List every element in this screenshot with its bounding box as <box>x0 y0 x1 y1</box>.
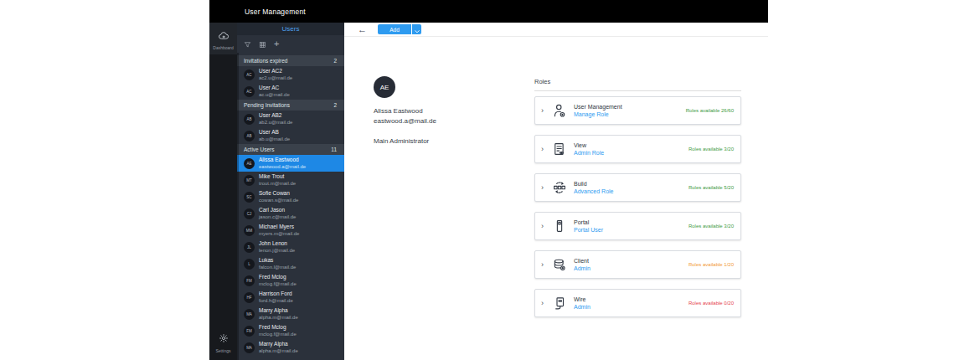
view-icon <box>549 141 570 157</box>
list-item-user[interactable]: FMFred Mclogmclog.f@mail.de <box>237 272 344 289</box>
list-item-user[interactable]: HFHarrison Fordford.h@mail.de <box>237 289 344 306</box>
chevron-right-icon[interactable]: › <box>535 145 549 153</box>
filter-icon[interactable] <box>244 37 251 52</box>
user-section-header[interactable]: Invitations expired2 <box>237 55 344 66</box>
user-text: Marry Alphaalpha.m@mail.de <box>259 307 298 321</box>
user-text: Fred Mclogmclog.f@mail.de <box>259 274 297 287</box>
user-text: John Lenonlenon.j@mail.de <box>259 240 295 254</box>
chevron-right-icon[interactable]: › <box>535 299 549 307</box>
roles-panel: Roles ›User ManagementManage RoleRoles a… <box>534 78 741 317</box>
grid-view-icon[interactable] <box>259 37 266 52</box>
role-link[interactable]: Portal User <box>574 227 689 233</box>
role-card[interactable]: ›WireAdminRoles available 0/20 <box>534 289 741 317</box>
role-card[interactable]: ›User ManagementManage RoleRoles availab… <box>534 96 741 125</box>
portal-icon <box>549 219 570 234</box>
avatar: AC <box>244 86 255 97</box>
user-email: eastwood.a@mail.de <box>259 164 306 170</box>
chevron-right-icon[interactable]: › <box>535 260 549 269</box>
sidebar-title-label: Users <box>282 25 300 33</box>
section-label: Pending Invitations <box>244 102 290 108</box>
list-item-user[interactable]: MTMike Trouttrout.m@mail.de <box>237 172 344 188</box>
add-button[interactable]: Add <box>378 24 411 34</box>
build-icon <box>549 180 570 195</box>
main-panel: ← Add AE Alissa Eastwood eastwood.a@mail… <box>344 23 768 360</box>
chevron-right-icon[interactable]: › <box>535 222 549 230</box>
rail-item-dashboard[interactable]: Dashboard <box>209 23 237 54</box>
role-card-text: WireAdmin <box>570 296 689 310</box>
list-item-user[interactable]: JLJohn Lenonlenon.j@mail.de <box>237 239 344 255</box>
role-card-text: User ManagementManage Role <box>570 104 686 117</box>
role-title: Wire <box>574 296 689 302</box>
profile-name: Alissa Eastwood <box>374 107 436 115</box>
list-item-user[interactable]: LLukasfalcon.l@mail.de <box>237 255 344 272</box>
gear-icon <box>219 332 229 347</box>
list-item-user[interactable]: ACUser ACac.u@mail.de <box>237 83 344 100</box>
role-link[interactable]: Admin <box>574 265 689 271</box>
role-card[interactable]: ›PortalPortal UserRoles available 3/20 <box>534 212 741 240</box>
user-list: Invitations expired2ACUser AC2ac2.u@mail… <box>237 53 344 356</box>
list-item-user[interactable]: FMFred Mclogmclog.f@mail.de <box>237 322 344 339</box>
user-text: User ABab.u@mail.de <box>259 129 290 142</box>
add-dropdown-button[interactable] <box>412 24 421 34</box>
role-title: Client <box>574 258 689 264</box>
user-email: alpha.m@mail.de <box>259 315 298 321</box>
list-item-user[interactable]: ACUser AC2ac2.u@mail.de <box>237 66 344 83</box>
back-arrow-icon[interactable]: ← <box>358 25 367 34</box>
user-email: ac.u@mail.de <box>259 92 290 98</box>
avatar: FM <box>244 275 255 286</box>
user-email: mclog.f@mail.de <box>259 332 297 337</box>
user-section-header[interactable]: Pending Invitations2 <box>237 100 344 111</box>
user-name: John Lenon <box>259 240 295 247</box>
chevron-right-icon[interactable]: › <box>535 106 549 115</box>
list-item-user[interactable]: AEAlissa Eastwoodeastwood.a@mail.de <box>237 155 344 172</box>
role-title: View <box>574 142 689 148</box>
list-item-user[interactable]: ABUser ABab.u@mail.de <box>237 127 344 144</box>
user-name: Mike Trout <box>259 173 296 180</box>
add-split-button: Add <box>378 24 421 34</box>
chevron-right-icon[interactable]: › <box>535 183 549 192</box>
user-text: Fred Mclogmclog.f@mail.de <box>259 324 297 337</box>
rail-item-settings[interactable]: Settings <box>209 326 237 360</box>
roles-available-status: Roles available 0/20 <box>689 301 740 306</box>
section-count: 11 <box>331 147 337 152</box>
role-title: User Management <box>574 104 686 110</box>
user-text: Harrison Fordford.h@mail.de <box>259 291 293 304</box>
add-user-icon[interactable]: + <box>274 39 279 49</box>
role-card[interactable]: ›BuildAdvanced RoleRoles available 5/20 <box>534 173 741 202</box>
user-name: Marry Alpha <box>259 307 298 314</box>
role-link[interactable]: Admin <box>574 304 689 310</box>
user-name: User AC2 <box>259 68 292 75</box>
avatar: AE <box>374 76 395 98</box>
role-link[interactable]: Admin Role <box>574 150 689 156</box>
user-text: Lukasfalcon.l@mail.de <box>259 257 296 270</box>
avatar: AC <box>244 69 255 80</box>
role-link[interactable]: Manage Role <box>574 111 686 117</box>
section-count: 2 <box>333 102 337 108</box>
avatar: FM <box>244 326 255 337</box>
users-sidebar: Users + Invitations expired2ACUser AC2ac… <box>237 23 344 360</box>
list-item-user[interactable]: MAMarry Alphaalpha.m@mail.de <box>237 339 344 356</box>
sidebar-title: Users <box>237 23 344 35</box>
user-text: Carl Jasonjason.c@mail.de <box>259 207 296 220</box>
role-card[interactable]: ›ViewAdmin RoleRoles available 3/20 <box>534 135 741 163</box>
user-name: Fred Mclog <box>259 274 297 280</box>
rail-item-label: Dashboard <box>213 45 233 50</box>
user-email: trout.m@mail.de <box>259 181 296 187</box>
user-email: myers.m@mail.de <box>259 231 299 237</box>
list-item-user[interactable]: MAMarry Alphaalpha.m@mail.de <box>237 306 344 322</box>
user-email: cowan.s@mail.de <box>259 198 298 203</box>
user-section-header[interactable]: Active Users11 <box>237 144 344 155</box>
user-text: User AB2ab2.u@mail.de <box>259 112 292 126</box>
roles-available-status: Roles available 1/20 <box>689 262 740 267</box>
list-item-user[interactable]: ABUser AB2ab2.u@mail.de <box>237 111 344 127</box>
user-email: falcon.l@mail.de <box>259 265 296 270</box>
list-item-user[interactable]: MMMichael Myersmyers.m@mail.de <box>237 222 344 239</box>
user-text: Sofie Cowancowan.s@mail.de <box>259 190 298 203</box>
user-name: Carl Jason <box>259 207 296 213</box>
list-item-user[interactable]: SCSofie Cowancowan.s@mail.de <box>237 188 344 205</box>
user-text: Alissa Eastwoodeastwood.a@mail.de <box>259 157 306 170</box>
role-card[interactable]: ›ClientAdminRoles available 1/20 <box>534 250 741 279</box>
list-item-user[interactable]: CJCarl Jasonjason.c@mail.de <box>237 205 344 222</box>
role-link[interactable]: Advanced Role <box>574 188 689 194</box>
roles-available-status: Roles available 5/20 <box>689 185 740 190</box>
